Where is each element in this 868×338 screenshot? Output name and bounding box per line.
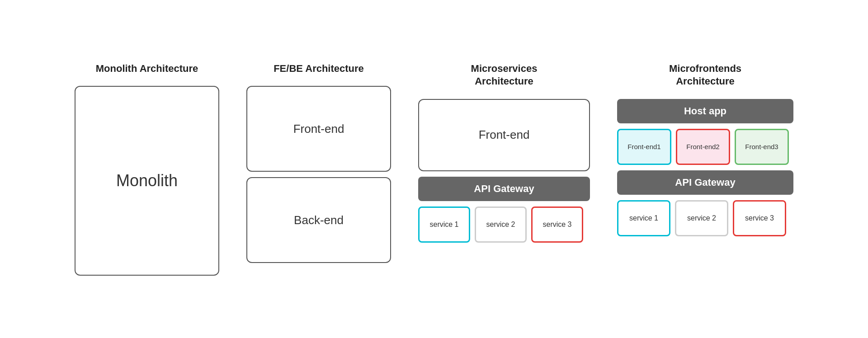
microservices-service-2: service 2 bbox=[475, 207, 527, 243]
microfrontends-gateway-bar: API Gateway bbox=[617, 170, 793, 195]
microservices-service-3-label: service 3 bbox=[542, 221, 571, 229]
microfrontends-title: Microfrontends Architecture bbox=[646, 62, 764, 88]
microfrontends-host-app-bar: Host app bbox=[617, 99, 793, 123]
microfrontends-service-2: service 2 bbox=[675, 200, 728, 236]
microservices-gateway-label: API Gateway bbox=[474, 183, 534, 195]
microfrontends-gateway-label: API Gateway bbox=[675, 177, 735, 188]
microservices-frontend-box: Front-end bbox=[418, 99, 590, 171]
monolith-box: Monolith bbox=[75, 86, 219, 276]
microservices-gateway-bar: API Gateway bbox=[418, 177, 590, 201]
febe-column: FE/BE Architecture Front-end Back-end bbox=[246, 62, 391, 263]
microservices-service-1: service 1 bbox=[418, 207, 470, 243]
microservices-service-2-label: service 2 bbox=[486, 221, 515, 229]
microfrontends-service-3-label: service 3 bbox=[745, 214, 774, 222]
febe-body: Front-end Back-end bbox=[246, 86, 391, 263]
microservices-body: Front-end API Gateway service 1 service … bbox=[418, 99, 590, 243]
microfrontends-body: Host app Front-end1 Front-end2 Front-end… bbox=[617, 99, 793, 236]
microfrontends-fe1-label: Front-end1 bbox=[627, 143, 660, 150]
monolith-body: Monolith bbox=[75, 86, 219, 276]
febe-backend-box: Back-end bbox=[246, 177, 391, 263]
febe-backend-label: Back-end bbox=[294, 213, 344, 227]
microfrontends-fe2: Front-end2 bbox=[676, 129, 730, 165]
microservices-service-3: service 3 bbox=[531, 207, 583, 243]
monolith-column: Monolith Architecture Monolith bbox=[75, 62, 219, 276]
microfrontends-column: Microfrontends Architecture Host app Fro… bbox=[617, 62, 793, 236]
monolith-label: Monolith bbox=[116, 171, 178, 190]
microfrontends-fe3-label: Front-end3 bbox=[745, 143, 778, 150]
microfrontends-host-app-label: Host app bbox=[684, 105, 726, 117]
microservices-services-row: service 1 service 2 service 3 bbox=[418, 207, 590, 243]
microfrontends-frontends-row: Front-end1 Front-end2 Front-end3 bbox=[617, 129, 793, 165]
microfrontends-fe3: Front-end3 bbox=[735, 129, 789, 165]
diagram-container: Monolith Architecture Monolith FE/BE Arc… bbox=[0, 44, 868, 294]
microfrontends-service-2-label: service 2 bbox=[687, 214, 716, 222]
microservices-service-1-label: service 1 bbox=[429, 221, 458, 229]
febe-frontend-label: Front-end bbox=[293, 122, 344, 136]
microfrontends-fe2-label: Front-end2 bbox=[686, 143, 719, 150]
microfrontends-service-1: service 1 bbox=[617, 200, 670, 236]
monolith-title: Monolith Architecture bbox=[96, 62, 198, 75]
microservices-title: Microservices Architecture bbox=[445, 62, 563, 88]
microfrontends-fe1: Front-end1 bbox=[617, 129, 671, 165]
febe-frontend-box: Front-end bbox=[246, 86, 391, 172]
febe-title: FE/BE Architecture bbox=[274, 62, 364, 75]
microfrontends-service-1-label: service 1 bbox=[629, 214, 658, 222]
microfrontends-services-row: service 1 service 2 service 3 bbox=[617, 200, 793, 236]
microservices-column: Microservices Architecture Front-end API… bbox=[418, 62, 590, 243]
microfrontends-service-3: service 3 bbox=[733, 200, 786, 236]
microservices-frontend-label: Front-end bbox=[479, 128, 530, 142]
